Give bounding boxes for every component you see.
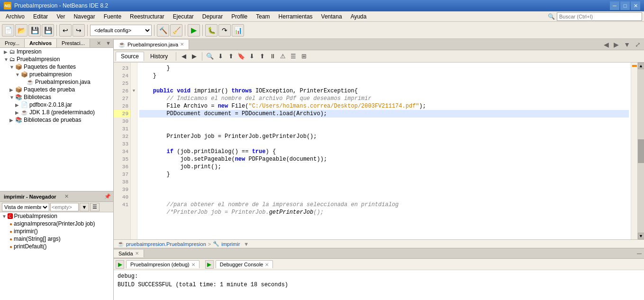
maximize-button[interactable]: □	[620, 1, 630, 10]
menu-ayuda[interactable]: Ayuda	[347, 12, 371, 21]
expand-class-icon[interactable]: ▼	[2, 214, 7, 219]
debug-button[interactable]: 🐛	[205, 24, 218, 36]
title-bar-controls[interactable]: ─ □ ✕	[610, 1, 640, 10]
toggle-breakpoint-btn[interactable]: ⏸	[268, 52, 277, 61]
find-btn[interactable]: 🔍	[205, 52, 215, 61]
scroll-up-btn[interactable]: ▲	[638, 63, 644, 69]
expand-icon-prueba-pkg[interactable]: ▶	[9, 87, 14, 92]
run-button[interactable]: ▶	[188, 24, 200, 36]
menu-fuente[interactable]: Fuente	[100, 12, 125, 21]
menu-depurar[interactable]: Depurar	[199, 12, 227, 21]
next-error-btn[interactable]: ⚠	[278, 52, 288, 61]
navigator-close-btn[interactable]: ✕	[62, 192, 71, 200]
menu-archivo[interactable]: Archivo	[2, 12, 28, 21]
open-file-button[interactable]: 📂	[15, 24, 27, 36]
scroll-down-btn[interactable]: ▼	[638, 233, 644, 239]
undo-button[interactable]: ↩	[59, 24, 72, 36]
bottom-panel-min-btn[interactable]: ─	[635, 249, 644, 258]
code-content[interactable]: } } public void imprimir() throws IOExce…	[137, 63, 631, 239]
output-tab-console-close[interactable]: ✕	[265, 262, 269, 267]
toggle-bookmark-btn[interactable]: 🔖	[236, 52, 246, 61]
redo-button[interactable]: ↪	[73, 24, 85, 36]
nav-layout-btn[interactable]: ☰	[90, 203, 100, 211]
config-dropdown[interactable]: <default config>	[90, 25, 152, 36]
menu-team[interactable]: Team	[252, 12, 273, 21]
breadcrumb-method[interactable]: imprimir	[221, 241, 240, 247]
expand-icon-pkg[interactable]: ▼	[15, 72, 20, 77]
tab-services[interactable]: Prestaci...	[57, 39, 90, 47]
tab-prev-btn[interactable]: ◀	[602, 41, 610, 48]
tab-files[interactable]: Archivos	[25, 39, 57, 47]
output-tab-debugger-console[interactable]: Debugger Console ✕	[216, 260, 273, 268]
clean-build-button[interactable]: 🧹	[170, 24, 182, 36]
vertical-scrollbar[interactable]: ▲ ▼	[637, 63, 644, 239]
salida-close-btn[interactable]: ✕	[135, 251, 139, 256]
navigator-pin-btn[interactable]: 📌	[102, 192, 113, 200]
tree-item-impresion[interactable]: ▶ 🗂 Impresion	[0, 48, 113, 55]
toggle-linenums-btn[interactable]: ☰	[289, 52, 298, 61]
nav-tree-class[interactable]: ▼ C PruebaImpresion	[0, 212, 113, 220]
expand-icon-jdk[interactable]: ▶	[15, 110, 20, 115]
code-fold-btn[interactable]: ⊞	[299, 52, 308, 61]
minimize-button[interactable]: ─	[610, 1, 619, 10]
search-input[interactable]	[557, 12, 642, 21]
nav-filter-input[interactable]	[50, 203, 79, 211]
tree-item-pdfbox[interactable]: ▶ 📄 pdfbox-2.0.18.jar	[0, 101, 113, 109]
view-mode-dropdown[interactable]: Vista de miembros	[2, 203, 49, 211]
back-btn[interactable]: ◀	[179, 52, 189, 61]
nav-tree-method3[interactable]: ● main(String[] args)	[0, 235, 113, 243]
output-tab-debug[interactable]: PruebaImpresion (debug) ✕	[126, 260, 200, 268]
tree-item-bibliotecas[interactable]: ▼ 📚 Bibliotecas	[0, 93, 113, 101]
nav-tree-method1[interactable]: ● asignaImpresora(PrinterJob job)	[0, 220, 113, 227]
expand-icon-impresion[interactable]: ▶	[4, 49, 9, 55]
expand-icon-pdfbox[interactable]: ▶	[15, 102, 20, 108]
menu-profile[interactable]: Profile	[227, 12, 251, 21]
tree-item-lib-pruebas[interactable]: ▶ 📚 Bibliotecas de pruebas	[0, 116, 113, 124]
expand-icon-paquetes[interactable]: ▼	[9, 64, 14, 70]
save-button[interactable]: 💾	[28, 24, 41, 36]
tree-item-pruebaimpresion-pkg[interactable]: ▼ 📦 pruebaimpresion	[0, 71, 113, 78]
tree-item-pruebaimpresion[interactable]: ▼ 🗂 PruebaImpresion	[0, 55, 113, 63]
output-rerun2-btn[interactable]: ▶	[205, 260, 214, 269]
tree-item-java-file[interactable]: ▶ ☕ PruebaImpresion.java	[0, 78, 113, 86]
tab-next-btn[interactable]: ▶	[612, 41, 620, 48]
code-editor[interactable]: 23 24 25 26 27 28 29 30 31 32 33 34 35 3…	[114, 63, 631, 239]
nav-tree-method4[interactable]: ● printDefault()	[0, 243, 113, 250]
history-tab[interactable]: History	[145, 52, 173, 61]
menu-ejecutar[interactable]: Ejecutar	[169, 12, 198, 21]
next-bookmark-btn[interactable]: ⬇	[247, 52, 256, 61]
forward-btn[interactable]: ▶	[190, 52, 199, 61]
panel-close-btn[interactable]: ✕	[94, 39, 103, 47]
panel-menu-btn[interactable]: ▼	[103, 39, 113, 47]
build-button[interactable]: 🔨	[157, 24, 169, 36]
prev-bookmark-btn[interactable]: ⬆	[257, 52, 267, 61]
menu-herramientas[interactable]: Herramientas	[275, 12, 317, 21]
menu-editar[interactable]: Editar	[29, 12, 52, 21]
menu-ventana[interactable]: Ventana	[317, 12, 346, 21]
editor-tab-close-btn[interactable]: ✕	[180, 42, 184, 47]
find-next-btn[interactable]: ⬇	[216, 52, 225, 61]
source-tab[interactable]: Source	[116, 52, 144, 61]
nav-filter-btn[interactable]: ▼	[80, 203, 89, 211]
close-button[interactable]: ✕	[631, 1, 640, 10]
marker-26[interactable]: ▼	[131, 87, 137, 95]
nav-tree-method2[interactable]: ● imprimir()	[0, 227, 113, 235]
output-tab-debug-close[interactable]: ✕	[191, 262, 195, 267]
expand-icon-prueba[interactable]: ▼	[4, 57, 9, 62]
tree-item-paquetes-prueba[interactable]: ▶ 📦 Paquetes de prueba	[0, 86, 113, 93]
expand-icon-lib-test[interactable]: ▶	[9, 118, 14, 123]
output-rerun-btn[interactable]: ▶	[116, 260, 124, 269]
tab-salida[interactable]: Salida ✕	[114, 250, 144, 257]
breadcrumb-class[interactable]: pruebaimpresion.PruebaImpresion	[126, 241, 206, 247]
tree-item-paquetes-fuentes[interactable]: ▼ 📦 Paquetes de fuentes	[0, 63, 113, 71]
tab-expand-btn[interactable]: ⤢	[634, 41, 642, 48]
menu-ver[interactable]: Ver	[53, 12, 69, 21]
expand-icon-lib[interactable]: ▼	[9, 95, 14, 100]
step-over-button[interactable]: ↷	[218, 24, 231, 36]
find-prev-btn[interactable]: ⬆	[226, 52, 236, 61]
tab-list-btn[interactable]: ▼	[622, 41, 632, 48]
editor-tab-java[interactable]: ☕ PruebaImpresion.java ✕	[114, 40, 189, 49]
menu-navegar[interactable]: Navegar	[70, 12, 99, 21]
save-all-button[interactable]: 💾	[42, 24, 54, 36]
tab-projects[interactable]: Proy...	[0, 39, 25, 47]
